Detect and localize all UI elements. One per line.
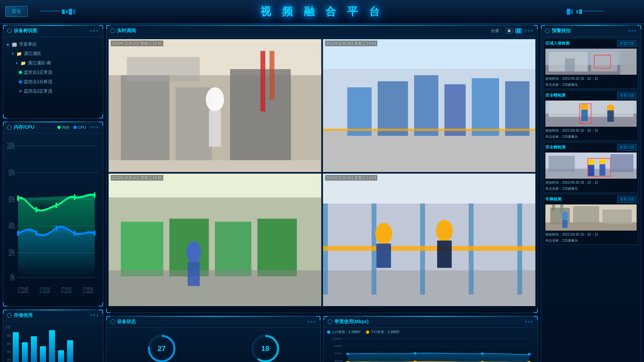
svg-rect-60	[472, 78, 499, 136]
svg-point-128	[581, 104, 588, 110]
svg-text:100%: 100%	[7, 140, 15, 150]
dot-blue-icon	[19, 80, 22, 83]
storage-title: 存储使用	[7, 312, 33, 318]
alert-panel: 预警抓拍 >>> 区域入侵检测 查看大图	[541, 25, 641, 362]
svg-point-110	[346, 353, 349, 355]
video-cell-1[interactable]: 2022年12月14日 星期三 14:05	[108, 39, 322, 172]
video-timestamp-4: 2022年12月14日 星期三 14:03	[325, 175, 378, 181]
bar-4-fill	[40, 346, 46, 362]
device-status-title: 设备状态	[110, 319, 136, 325]
dot-green-icon	[19, 71, 22, 74]
svg-rect-9	[583, 11, 604, 11]
storage-more[interactable]: >>>	[90, 313, 99, 318]
alert-4-view-btn[interactable]: 查看大图	[617, 196, 637, 203]
alert-4-type: 车辆检测	[545, 196, 561, 202]
alert-3-image	[545, 152, 637, 179]
cpu-icon	[7, 125, 12, 130]
svg-text:40%: 40%	[334, 359, 343, 362]
svg-rect-0	[40, 11, 60, 11]
tree-item-4[interactable]: 监控点1分析流	[6, 77, 100, 86]
tree-item-0[interactable]: ▶ 🏢 市直单位	[6, 40, 100, 49]
alert-more[interactable]: >>>	[628, 28, 637, 33]
storage-bars: 内存1 内存1 内存1 内存1	[12, 323, 101, 362]
svg-point-27	[35, 206, 37, 213]
svg-point-71	[186, 241, 201, 263]
cpu-more[interactable]: >>>	[90, 125, 99, 130]
svg-rect-37	[517, 29, 518, 31]
svg-rect-5	[571, 9, 573, 14]
svg-point-33	[55, 225, 57, 231]
alert-3-view-btn[interactable]: 查看大图	[617, 144, 637, 151]
alert-2-image	[545, 100, 637, 127]
alert-1-image	[545, 48, 637, 75]
bandwidth-more[interactable]: >>>	[525, 319, 534, 324]
device-status-content: 27 已启用： 27 未启用： 3	[106, 328, 320, 362]
bar-3-fill	[31, 336, 37, 362]
back-button[interactable]: 后台	[5, 6, 28, 17]
device-tree-content: ▶ 🏢 市直单位 ▼ 📁 潢江浦区 ▼ 📁 潢江浦区-南	[3, 37, 103, 99]
tree-item-3[interactable]: 监控点1正常流	[6, 68, 100, 77]
tree-arrow-2: ▼	[15, 61, 18, 65]
tree-arrow-0: ▶	[7, 43, 10, 46]
svg-text:60%: 60%	[9, 194, 15, 204]
svg-text:40%: 40%	[9, 221, 15, 231]
cpu-panel: 内存/CPU 内存 CPU >>>	[3, 121, 103, 307]
header-deco-right	[537, 7, 604, 17]
tree-item-2[interactable]: ▼ 📁 潢江浦区-南	[6, 58, 100, 68]
gauge-2-container: 18 在线： 18 离线： 9	[250, 334, 280, 362]
svg-point-140	[599, 159, 606, 165]
realtime-more[interactable]: >>>	[525, 28, 534, 33]
download-legend: 下行带宽：2.39687	[366, 330, 399, 335]
tree-item-1[interactable]: ▼ 📁 潢江浦区	[6, 49, 100, 58]
header-deco-left	[40, 7, 107, 17]
svg-rect-72	[187, 262, 200, 286]
device-tree-more[interactable]: >>>	[90, 28, 99, 33]
bar-6: 内存1	[57, 350, 65, 362]
svg-rect-40	[519, 31, 520, 33]
bar-2: 内存1	[21, 342, 29, 362]
cpu-chart-area: 100% 80% 60% 40% 20% 0% 17:23:05 17:23:1…	[3, 133, 103, 302]
tree-item-5[interactable]: 监控点2正常流	[6, 86, 100, 96]
gauge-2-value: 18	[261, 344, 269, 353]
device-status-more[interactable]: >>>	[307, 319, 316, 324]
svg-rect-39	[517, 31, 518, 33]
svg-rect-61	[505, 81, 529, 136]
svg-point-28	[55, 202, 57, 208]
device-tree-panel: 设备树状图 >>> ▶ 🏢 市直单位 ▼ 📁 潢江浦区	[3, 25, 103, 119]
svg-point-34	[74, 230, 76, 236]
svg-point-29	[74, 194, 76, 200]
svg-rect-54	[323, 130, 536, 172]
cpu-legend-dot	[73, 126, 77, 129]
svg-rect-152	[562, 220, 568, 228]
svg-rect-58	[414, 75, 438, 136]
memory-legend: 内存	[57, 125, 69, 130]
alert-2-view-btn[interactable]: 查看大图	[617, 92, 637, 99]
svg-rect-57	[377, 81, 408, 136]
bar-7: 内存1	[66, 340, 74, 362]
gauge-1: 27	[147, 334, 177, 362]
device-status-panel: 设备状态 >>> 27	[106, 316, 321, 362]
upload-legend: 上行带宽：2.39687	[327, 330, 361, 335]
alert-1-view-btn[interactable]: 查看大图	[617, 40, 637, 47]
video-cell-2[interactable]: 2022年12月14日 星期三 14:03	[323, 39, 536, 172]
svg-point-131	[607, 105, 614, 111]
split-1-button[interactable]	[506, 28, 513, 34]
bar-5: 内存1	[48, 330, 56, 362]
realtime-icon	[110, 28, 115, 33]
svg-rect-137	[610, 154, 633, 172]
cpu-panel-header: 内存/CPU 内存 CPU >>>	[3, 122, 103, 133]
video-cell-3[interactable]: 2022年12月14日 星期三 14:05	[108, 173, 322, 307]
svg-rect-6	[567, 9, 570, 15]
video-cell-4[interactable]: 2022年12月14日 星期三 14:03	[323, 173, 536, 307]
svg-rect-141	[599, 164, 605, 176]
svg-rect-147	[573, 206, 599, 224]
svg-point-113	[528, 353, 531, 355]
alert-4-image	[545, 204, 637, 231]
svg-point-48	[206, 87, 224, 112]
realtime-header: 实时调阅 分屏： >>>	[106, 25, 538, 37]
alert-3-time: 抓拍时间：2022-09-30 16：32：12	[545, 180, 637, 185]
realtime-title: 实时调阅	[110, 28, 136, 34]
svg-rect-3	[69, 9, 72, 15]
main-layout: 设备树状图 >>> ▶ 🏢 市直单位 ▼ 📁 潢江浦区	[3, 25, 641, 359]
split-4-button[interactable]	[515, 28, 522, 34]
